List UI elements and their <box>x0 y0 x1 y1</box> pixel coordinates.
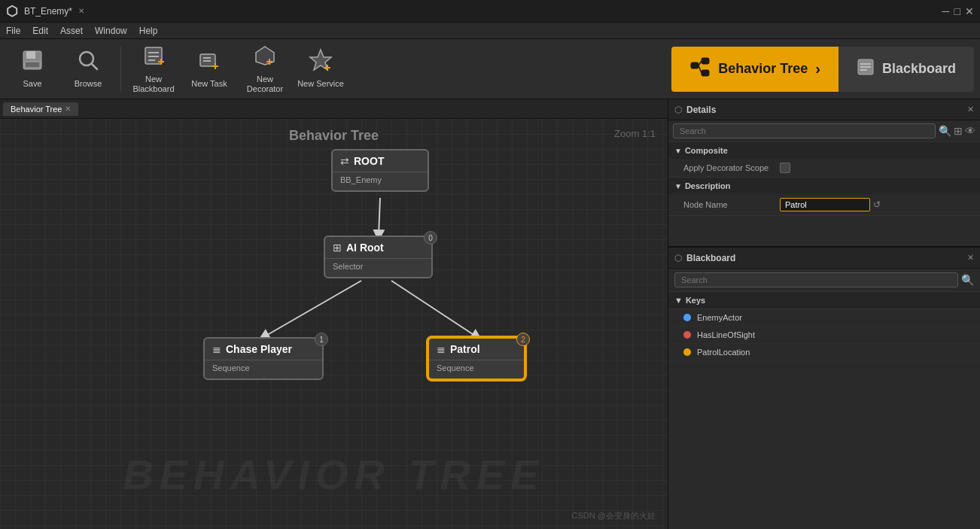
node-name-reset-icon[interactable]: ↺ <box>873 199 881 210</box>
node-name-label: Node Name <box>683 200 774 209</box>
grid-icon[interactable]: ⊞ <box>954 125 963 137</box>
apply-decorator-label: Apply Decorator Scope <box>683 163 774 172</box>
root-node-body: BB_Enemy <box>333 172 428 190</box>
patrol-location-dot <box>683 348 691 356</box>
composite-arrow-icon: ▼ <box>674 147 682 155</box>
new-service-label: New Service <box>297 79 344 89</box>
svg-rect-22 <box>691 62 698 68</box>
node-name-value-container: ↺ <box>780 198 971 211</box>
enemy-actor-label: EnemyActor <box>697 313 742 322</box>
canvas-watermark: BEHAVIOR TREE <box>123 450 544 499</box>
blackboard-panel-close-btn[interactable]: ✕ <box>967 253 974 263</box>
svg-line-26 <box>698 65 702 73</box>
title-bar: ⬡ BT_Enemy* ✕ ─ □ ✕ <box>0 0 980 23</box>
menu-file[interactable]: File <box>6 26 20 36</box>
patrol-badge: 2 <box>516 333 530 346</box>
apply-decorator-row: Apply Decorator Scope <box>668 159 980 178</box>
new-blackboard-icon <box>142 44 166 71</box>
enemy-actor-dot <box>683 314 691 321</box>
patrol-node-title: Patrol <box>450 343 480 355</box>
apply-decorator-checkbox[interactable] <box>780 163 790 173</box>
close-btn[interactable]: ✕ <box>965 5 974 17</box>
root-node[interactable]: ⇄ ROOT BB_Enemy <box>331 149 429 192</box>
svg-line-4 <box>92 64 97 69</box>
window-controls: ─ □ ✕ <box>942 5 974 17</box>
details-panel-close-btn[interactable]: ✕ <box>967 105 974 114</box>
patrol-node[interactable]: 2 ≣ Patrol Sequence <box>428 337 525 380</box>
ai-root-node-header: ⊞ AI Root <box>325 237 431 259</box>
blackboard-search-row: 🔍 <box>668 269 980 292</box>
eye-icon[interactable]: 👁 <box>965 125 975 137</box>
chase-player-node[interactable]: 1 ≣ Chase Player Sequence <box>203 337 324 380</box>
chase-node-body: Sequence <box>205 360 322 379</box>
save-label: Save <box>23 79 41 89</box>
tab-label: Behavior Tree <box>11 105 62 114</box>
has-los-label: HasLineOfSight <box>697 330 755 339</box>
blackboard-tab[interactable]: Blackboard <box>838 47 974 92</box>
new-task-button[interactable]: New Task <box>183 42 236 96</box>
blackboard-panel-title: Blackboard <box>686 253 735 263</box>
blackboard-tab-label: Blackboard <box>882 61 956 77</box>
blackboard-panel: ⬡ Blackboard ✕ 🔍 ▼ Keys EnemyActor HasLi… <box>668 246 980 529</box>
ai-root-node-title: AI Root <box>346 242 384 254</box>
maximize-btn[interactable]: □ <box>954 5 960 17</box>
patrol-node-body: Sequence <box>429 360 524 379</box>
root-node-title: ROOT <box>354 155 384 167</box>
blackboard-dot-icon: ⬡ <box>674 253 682 263</box>
toolbar-separator-1 <box>120 47 121 92</box>
node-name-input[interactable] <box>780 198 870 211</box>
svg-line-25 <box>698 61 702 65</box>
behavior-tree-editor-tab[interactable]: Behavior Tree ✕ <box>3 102 78 116</box>
ai-root-node[interactable]: 0 ⊞ AI Root Selector <box>324 236 433 278</box>
chase-node-header: ≣ Chase Player <box>205 339 322 360</box>
menu-help[interactable]: Help <box>139 26 158 36</box>
details-search-row: 🔍 ⊞ 👁 <box>668 120 980 142</box>
tab-close-btn[interactable]: ✕ <box>78 7 84 15</box>
has-los-dot <box>683 331 691 339</box>
menu-edit[interactable]: Edit <box>32 26 48 36</box>
menu-window[interactable]: Window <box>95 26 127 36</box>
blackboard-search-input[interactable] <box>674 272 958 287</box>
svg-rect-24 <box>702 70 709 76</box>
svg-line-32 <box>263 281 361 337</box>
ai-root-node-body: Selector <box>325 259 431 277</box>
root-node-icon: ⇄ <box>340 155 349 167</box>
svg-line-31 <box>379 198 380 236</box>
left-panel: Behavior Tree ✕ Behavior Tree Zoom 1:1 <box>0 99 668 529</box>
tab-arrow-icon: › <box>815 60 820 78</box>
new-blackboard-label: New Blackboard <box>130 74 177 94</box>
blackboard-key-has-line-of-sight[interactable]: HasLineOfSight <box>668 327 980 344</box>
right-panel: ⬡ Details ✕ 🔍 ⊞ 👁 ▼ Composite Apply Deco… <box>668 99 980 529</box>
minimize-btn[interactable]: ─ <box>942 5 950 17</box>
details-panel-dot: ⬡ <box>674 105 682 115</box>
new-blackboard-button[interactable]: New Blackboard <box>127 42 180 96</box>
blackboard-search-icon[interactable]: 🔍 <box>961 274 974 286</box>
blackboard-keys-header: ▼ Keys <box>668 292 980 309</box>
save-button[interactable]: Save <box>6 42 59 96</box>
behavior-tree-tab[interactable]: Behavior Tree › <box>671 47 838 92</box>
description-arrow-icon: ▼ <box>674 182 682 190</box>
new-decorator-button[interactable]: New Decorator <box>239 42 291 96</box>
search-icon[interactable]: 🔍 <box>939 125 951 137</box>
menu-asset[interactable]: Asset <box>60 26 83 36</box>
new-decorator-icon <box>253 44 277 71</box>
details-spacer <box>668 216 980 246</box>
zoom-label: Zoom 1:1 <box>614 128 656 139</box>
browse-button[interactable]: Browse <box>62 42 114 96</box>
details-search-input[interactable] <box>673 123 936 138</box>
tab-close-icon[interactable]: ✕ <box>65 105 71 113</box>
ai-root-badge: 0 <box>424 231 437 245</box>
chase-node-icon: ≣ <box>212 343 221 355</box>
keys-label: Keys <box>686 296 705 305</box>
behavior-tree-tab-label: Behavior Tree <box>718 61 808 77</box>
chase-node-title: Chase Player <box>226 343 292 355</box>
blackboard-key-enemy-actor[interactable]: EnemyActor <box>668 309 980 327</box>
description-section-header: ▼ Description <box>668 178 980 194</box>
new-service-button[interactable]: New Service <box>294 42 347 96</box>
canvas-area[interactable]: Behavior Tree Zoom 1:1 ⇄ <box>0 119 668 529</box>
ue-logo: ⬡ <box>6 3 18 20</box>
chase-badge: 1 <box>315 333 328 346</box>
blackboard-key-patrol-location[interactable]: PatrolLocation <box>668 344 980 361</box>
main-layout: Behavior Tree ✕ Behavior Tree Zoom 1:1 <box>0 99 980 529</box>
mode-tabs: Behavior Tree › Blackboard <box>671 39 974 99</box>
